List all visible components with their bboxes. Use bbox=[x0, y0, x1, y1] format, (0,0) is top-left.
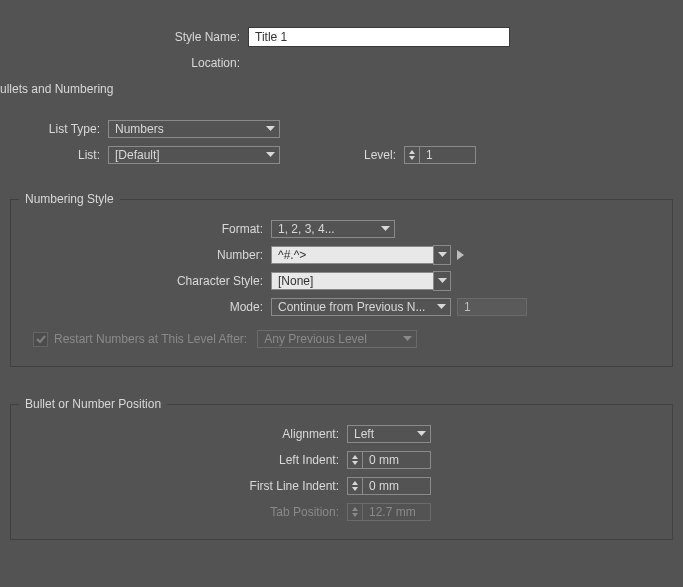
list-type-label: List Type: bbox=[0, 122, 108, 136]
spinner-arrows-icon bbox=[348, 452, 363, 468]
alignment-value: Left bbox=[354, 427, 374, 441]
mode-value: Continue from Previous N... bbox=[278, 300, 425, 314]
first-line-indent-value: 0 mm bbox=[363, 479, 405, 493]
svg-marker-6 bbox=[457, 250, 464, 260]
list-type-value: Numbers bbox=[115, 122, 164, 136]
svg-marker-10 bbox=[417, 431, 426, 436]
spinner-arrows-icon bbox=[348, 478, 363, 494]
style-name-label: Style Name: bbox=[0, 30, 248, 44]
restart-level-select: Any Previous Level bbox=[257, 330, 417, 348]
character-style-combo[interactable]: [None] bbox=[271, 271, 451, 291]
left-indent-label: Left Indent: bbox=[19, 453, 347, 467]
restart-level-value: Any Previous Level bbox=[264, 332, 367, 346]
svg-marker-13 bbox=[352, 481, 358, 485]
spinner-arrows-icon bbox=[348, 504, 363, 520]
chevron-down-icon bbox=[403, 336, 412, 342]
position-legend: Bullet or Number Position bbox=[19, 397, 167, 411]
format-value: 1, 2, 3, 4... bbox=[278, 222, 335, 236]
svg-marker-8 bbox=[437, 304, 446, 309]
tab-position-spinner: 12.7 mm bbox=[347, 503, 431, 521]
format-select[interactable]: 1, 2, 3, 4... bbox=[271, 220, 395, 238]
alignment-select[interactable]: Left bbox=[347, 425, 431, 443]
spinner-arrows-icon bbox=[405, 147, 420, 163]
number-label: Number: bbox=[19, 248, 271, 262]
mode-start-at: 1 bbox=[457, 298, 527, 316]
list-type-select[interactable]: Numbers bbox=[108, 120, 280, 138]
chevron-down-icon bbox=[438, 252, 447, 258]
svg-marker-14 bbox=[352, 487, 358, 491]
number-combo[interactable]: ^#.^> bbox=[271, 245, 451, 265]
svg-marker-12 bbox=[352, 461, 358, 465]
location-label: Location: bbox=[0, 56, 248, 70]
svg-marker-2 bbox=[409, 150, 415, 154]
level-label: Level: bbox=[286, 148, 404, 162]
restart-label: Restart Numbers at This Level After: bbox=[54, 332, 247, 346]
list-select[interactable]: [Default] bbox=[108, 146, 280, 164]
list-value: [Default] bbox=[115, 148, 160, 162]
first-line-indent-spinner[interactable]: 0 mm bbox=[347, 477, 431, 495]
chevron-down-icon bbox=[381, 226, 390, 232]
svg-marker-15 bbox=[352, 507, 358, 511]
chevron-down-icon bbox=[266, 152, 275, 158]
restart-checkbox bbox=[33, 332, 48, 347]
tab-position-label: Tab Position: bbox=[19, 505, 347, 519]
number-value: ^#.^> bbox=[271, 246, 433, 264]
svg-marker-4 bbox=[381, 226, 390, 231]
svg-marker-0 bbox=[266, 126, 275, 131]
character-style-combo-button[interactable] bbox=[433, 271, 451, 291]
chevron-down-icon bbox=[437, 304, 446, 310]
svg-marker-3 bbox=[409, 156, 415, 160]
svg-marker-5 bbox=[438, 252, 447, 257]
tab-position-value: 12.7 mm bbox=[363, 505, 422, 519]
list-label: List: bbox=[0, 148, 108, 162]
svg-marker-1 bbox=[266, 152, 275, 157]
character-style-label: Character Style: bbox=[19, 274, 271, 288]
chevron-down-icon bbox=[417, 431, 426, 437]
left-indent-value: 0 mm bbox=[363, 453, 405, 467]
format-label: Format: bbox=[19, 222, 271, 236]
level-spinner[interactable]: 1 bbox=[404, 146, 476, 164]
svg-marker-11 bbox=[352, 455, 358, 459]
mode-select[interactable]: Continue from Previous N... bbox=[271, 298, 451, 316]
first-line-indent-label: First Line Indent: bbox=[19, 479, 347, 493]
chevron-down-icon bbox=[438, 278, 447, 284]
number-combo-button[interactable] bbox=[433, 245, 451, 265]
svg-marker-9 bbox=[403, 336, 412, 341]
level-value: 1 bbox=[420, 148, 439, 162]
style-name-input[interactable] bbox=[248, 27, 510, 47]
alignment-label: Alignment: bbox=[19, 427, 347, 441]
panel-heading: ullets and Numbering bbox=[0, 82, 683, 96]
left-indent-spinner[interactable]: 0 mm bbox=[347, 451, 431, 469]
insert-special-icon[interactable] bbox=[457, 250, 465, 260]
character-style-value: [None] bbox=[271, 272, 433, 290]
chevron-down-icon bbox=[266, 126, 275, 132]
svg-marker-7 bbox=[438, 278, 447, 283]
mode-label: Mode: bbox=[19, 300, 271, 314]
numbering-style-legend: Numbering Style bbox=[19, 192, 120, 206]
svg-marker-16 bbox=[352, 513, 358, 517]
